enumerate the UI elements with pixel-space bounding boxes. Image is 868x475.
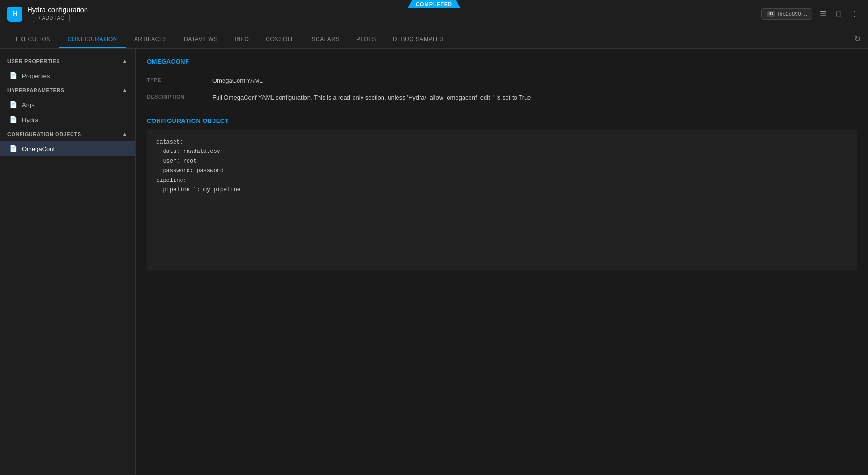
refresh-button[interactable]: ↻: [854, 35, 861, 48]
sidebar-item-hydra[interactable]: 📄 Hydra: [0, 112, 135, 127]
code-block: dataset: data: rawdata.csv user: root pa…: [147, 130, 857, 270]
sidebar-section-config-objects[interactable]: CONFIGURATION OBJECTS ▲: [0, 127, 135, 141]
main-layout: USER PROPERTIES ▲ 📄 Properties HYPERPARA…: [0, 49, 868, 475]
omegaconf-section-title: OMEGACONF: [147, 58, 857, 65]
logo-area: H Hydra configuration + ADD TAG: [7, 6, 88, 22]
sidebar-section-user-properties[interactable]: USER PROPERTIES ▲: [0, 54, 135, 68]
description-value: Full OmegaConf YAML configuration. This …: [212, 89, 857, 106]
table-row-type: TYPE OmegaConf YAML: [147, 72, 857, 89]
add-tag-button[interactable]: + ADD TAG: [33, 14, 70, 22]
tab-execution[interactable]: EXECUTION: [7, 36, 59, 48]
table-row-description: DESCRIPTION Full OmegaConf YAML configur…: [147, 89, 857, 106]
chevron-up-icon-3: ▲: [122, 131, 128, 137]
chevron-up-icon: ▲: [122, 58, 128, 65]
description-button[interactable]: ☰: [818, 7, 828, 20]
sidebar-item-args[interactable]: 📄 Args: [0, 97, 135, 112]
expand-button[interactable]: ⊞: [834, 7, 844, 20]
sidebar-section-hyperparameters[interactable]: HYPERPARAMETERS ▲: [0, 83, 135, 97]
doc-icon-2: 📄: [9, 101, 17, 108]
header-right: ID fbb2c890.... ☰ ⊞ ⋮: [761, 7, 861, 20]
tab-info[interactable]: INFO: [226, 36, 258, 48]
tab-artifacts[interactable]: ARTIFACTS: [126, 36, 175, 48]
tab-scalars[interactable]: SCALARS: [303, 36, 348, 48]
type-value: OmegaConf YAML: [212, 72, 857, 89]
sidebar-item-properties[interactable]: 📄 Properties: [0, 68, 135, 83]
tab-console[interactable]: CONSOLE: [257, 36, 303, 48]
menu-button[interactable]: ⋮: [849, 7, 861, 20]
tab-plots[interactable]: PLOTS: [348, 36, 384, 48]
doc-icon-4: 📄: [9, 145, 17, 152]
doc-icon-3: 📄: [9, 116, 17, 123]
description-label: DESCRIPTION: [147, 89, 212, 106]
tab-debug-samples[interactable]: DEBUG SAMPLES: [384, 36, 452, 48]
type-label: TYPE: [147, 72, 212, 89]
chevron-up-icon-2: ▲: [122, 87, 128, 94]
app-logo-icon: H: [7, 7, 22, 22]
config-object-title: CONFIGURATION OBJECT: [147, 117, 857, 124]
main-content-area: OMEGACONF TYPE OmegaConf YAML DESCRIPTIO…: [136, 49, 868, 475]
config-object-section: CONFIGURATION OBJECT dataset: data: rawd…: [147, 117, 857, 270]
info-table: TYPE OmegaConf YAML DESCRIPTION Full Ome…: [147, 72, 857, 106]
doc-icon: 📄: [9, 72, 17, 79]
tab-configuration[interactable]: CONFIGURATION: [59, 36, 126, 48]
sidebar-item-omegaconf[interactable]: 📄 OmegaConf: [0, 141, 135, 156]
sidebar: USER PROPERTIES ▲ 📄 Properties HYPERPARA…: [0, 49, 136, 475]
tab-dataviews[interactable]: DATAVIEWS: [175, 36, 226, 48]
status-badge: COMPLETED: [407, 0, 461, 8]
nav-tabs-bar: EXECUTION CONFIGURATION ARTIFACTS DATAVI…: [0, 28, 868, 49]
task-id-display: ID fbb2c890....: [761, 8, 812, 20]
page-title: Hydra configuration: [27, 6, 88, 14]
